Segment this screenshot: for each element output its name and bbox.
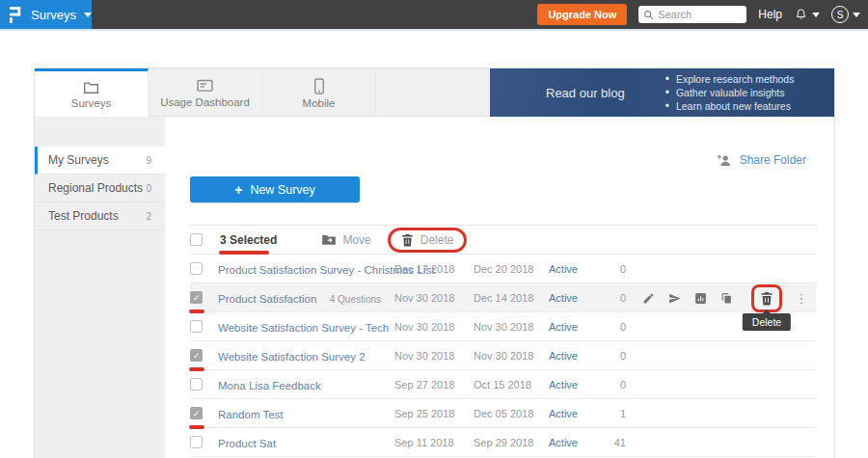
banner-bullet: Learn about new features xyxy=(665,99,795,113)
move-label: Move xyxy=(342,233,370,247)
survey-name-link[interactable]: Mona Lisa Feedback xyxy=(218,380,321,391)
share-folder-label: Share Folder xyxy=(740,153,806,167)
survey-name-link[interactable]: Website Satisfaction Survey - Tech xyxy=(218,322,389,334)
folder-count: 0 xyxy=(146,183,151,194)
chevron-down-icon xyxy=(853,13,860,17)
app-root: Surveys Upgrade Now Help S xyxy=(0,0,868,458)
survey-name-cell: Product Satisfaction Survey - Christmas … xyxy=(218,260,394,278)
survey-name-cell: Website Satisfaction Survey - Tech xyxy=(218,318,394,336)
row-actions: Delete ⋮ xyxy=(641,283,808,312)
search-input[interactable] xyxy=(658,9,742,20)
sidebar-item-test-products[interactable]: Test Products 2 xyxy=(35,202,165,230)
survey-name-cell: Website Satisfaction Survey 2 xyxy=(218,347,394,364)
banner-bullet-list: Explore research methods Gather valuable… xyxy=(665,72,795,113)
end-date: Dec 05 2018 xyxy=(474,408,549,419)
row-checkbox[interactable]: ✓ xyxy=(190,407,203,419)
bell-icon xyxy=(794,8,808,22)
folder-icon xyxy=(83,80,99,94)
delete-icon[interactable]: Delete xyxy=(751,284,782,312)
send-plane-icon[interactable] xyxy=(667,292,681,305)
tab-mobile[interactable]: Mobile xyxy=(262,68,376,117)
product-menu[interactable]: Surveys xyxy=(0,0,92,29)
status-link[interactable]: Active xyxy=(549,379,597,391)
report-chart-icon[interactable] xyxy=(693,292,707,305)
new-survey-label: New Survey xyxy=(250,183,314,197)
sidebar-item-regional-products[interactable]: Regional Products 0 xyxy=(35,175,165,202)
content-card: Surveys Usage Dashboard Mobile Read our … xyxy=(34,67,835,458)
survey-question-count: 4 Questions xyxy=(330,294,381,305)
survey-name-link[interactable]: Website Satisfaction Survey 2 xyxy=(218,351,366,363)
upgrade-now-button[interactable]: Upgrade Now xyxy=(537,4,627,25)
survey-name-link[interactable]: Product Satisfaction xyxy=(218,293,316,305)
tab-usage-dashboard[interactable]: Usage Dashboard xyxy=(149,68,262,117)
start-date: Nov 30 2018 xyxy=(394,321,474,333)
banner-bullet: Explore research methods xyxy=(665,72,795,86)
survey-row[interactable]: ✓ Product Satisfaction 4 Questions Nov 3… xyxy=(190,283,816,312)
blog-banner[interactable]: Read our blog Explore research methods G… xyxy=(490,68,834,117)
survey-row[interactable]: Product Sat Sep 11 2018 Sep 29 2018 Acti… xyxy=(190,428,816,457)
row-checkbox[interactable]: ✓ xyxy=(190,349,203,362)
survey-list-panel: Share Folder + New Survey 3 Selected Mov… xyxy=(165,117,834,458)
survey-row[interactable]: Product Satisfaction Survey - Christmas … xyxy=(190,255,816,283)
response-count: 41 xyxy=(597,437,626,448)
survey-row[interactable]: ✓ Website Satisfaction Survey 2 Nov 30 2… xyxy=(190,341,816,370)
status-link[interactable]: Active xyxy=(549,437,597,448)
status-link[interactable]: Active xyxy=(549,263,597,275)
folder-label: My Surveys xyxy=(48,153,109,167)
status-link[interactable]: Active xyxy=(549,350,597,362)
avatar: S xyxy=(831,6,849,23)
status-link[interactable]: Active xyxy=(549,292,597,304)
folder-count: 9 xyxy=(146,155,151,166)
tab-strip: Surveys Usage Dashboard Mobile Read our … xyxy=(35,68,834,117)
response-count: 0 xyxy=(597,379,626,391)
folders-sidebar: My Surveys 9 Regional Products 0 Test Pr… xyxy=(35,117,165,458)
row-checkbox[interactable] xyxy=(190,378,203,391)
start-date: Dec 17 2018 xyxy=(394,263,474,275)
product-label: Surveys xyxy=(31,8,76,22)
folder-label: Regional Products xyxy=(48,181,143,195)
plus-icon: + xyxy=(234,182,242,198)
end-date: Dec 14 2018 xyxy=(474,292,549,304)
tab-label: Mobile xyxy=(303,97,336,109)
end-date: Nov 30 2018 xyxy=(474,321,549,333)
row-checkbox[interactable] xyxy=(190,320,203,333)
response-count: 0 xyxy=(597,263,626,275)
brand-logo-icon xyxy=(10,7,22,23)
response-count: 0 xyxy=(597,350,626,362)
start-date: Sep 11 2018 xyxy=(394,437,474,448)
status-link[interactable]: Active xyxy=(549,321,597,333)
survey-name-link[interactable]: Random Test xyxy=(218,409,284,420)
banner-title: Read our blog xyxy=(546,86,625,100)
account-menu[interactable]: S xyxy=(831,6,860,23)
status-link[interactable]: Active xyxy=(549,408,597,419)
edit-pencil-icon[interactable] xyxy=(641,292,655,305)
row-checkbox[interactable]: ✓ xyxy=(190,291,203,304)
survey-row[interactable]: ✓ Random Test Sep 25 2018 Dec 05 2018 Ac… xyxy=(190,399,816,428)
move-folder-icon xyxy=(321,233,337,246)
notifications-menu[interactable] xyxy=(794,8,820,22)
share-folder-button[interactable]: Share Folder xyxy=(717,153,806,167)
survey-row[interactable]: Website Satisfaction Survey - Tech Nov 3… xyxy=(190,312,816,341)
row-checkbox[interactable] xyxy=(190,262,203,275)
new-survey-button[interactable]: + New Survey xyxy=(190,176,360,202)
header-accent-line xyxy=(0,29,868,31)
survey-name-link[interactable]: Product Sat xyxy=(218,438,276,449)
delete-tooltip: Delete xyxy=(743,313,791,331)
search-box[interactable] xyxy=(638,6,746,23)
end-date: Sep 29 2018 xyxy=(474,437,549,448)
tab-surveys[interactable]: Surveys xyxy=(35,68,149,118)
row-checkbox[interactable] xyxy=(190,436,203,448)
select-all-checkbox[interactable] xyxy=(190,233,203,246)
tab-label: Surveys xyxy=(71,97,112,109)
survey-row[interactable]: Mona Lisa Feedback Sep 27 2018 Oct 15 20… xyxy=(190,370,816,399)
toolbar-delete-button[interactable]: Delete xyxy=(388,228,468,253)
search-icon xyxy=(643,10,654,20)
help-link[interactable]: Help xyxy=(758,8,782,21)
copy-icon[interactable] xyxy=(719,292,733,305)
sidebar-item-my-surveys[interactable]: My Surveys 9 xyxy=(35,147,165,175)
more-dots-icon[interactable]: ⋮ xyxy=(795,291,808,306)
move-button[interactable]: Move xyxy=(321,233,370,247)
top-bar: Surveys Upgrade Now Help S xyxy=(0,0,868,29)
chevron-down-icon xyxy=(84,13,92,17)
end-date: Oct 15 2018 xyxy=(474,379,549,391)
